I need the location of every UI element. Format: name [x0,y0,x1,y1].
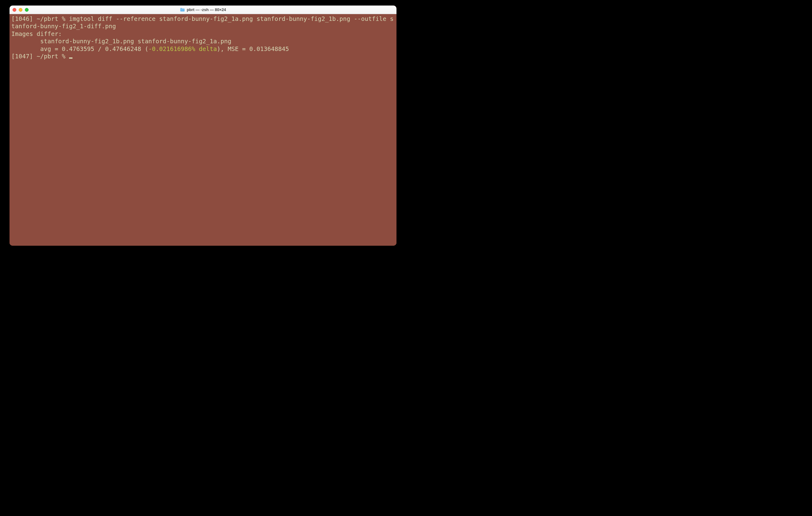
terminal-line: ), MSE = 0.013648845 [217,46,289,53]
folder-icon [180,7,185,12]
terminal-window: pbrt — -zsh — 80×24 [1046] ~/pbrt % imgt… [9,5,397,246]
maximize-button[interactable] [25,8,29,12]
traffic-lights [12,8,29,12]
terminal-line: Images differ: [11,30,62,37]
terminal-delta-highlight: -0.021616986% delta [148,46,217,53]
window-title: pbrt — -zsh — 80×24 [187,7,226,12]
minimize-button[interactable] [19,8,22,12]
terminal-prompt: [1047] ~/pbrt % [11,53,69,60]
close-button[interactable] [12,8,16,12]
terminal-line: avg = 0.4763595 / 0.47646248 ( [11,46,148,53]
terminal-line: [1046] ~/pbrt % imgtool diff --reference… [11,16,394,30]
terminal-body[interactable]: [1046] ~/pbrt % imgtool diff --reference… [9,14,397,246]
titlebar[interactable]: pbrt — -zsh — 80×24 [9,5,397,14]
cursor [69,57,72,59]
title-center: pbrt — -zsh — 80×24 [9,7,397,12]
terminal-line: stanford-bunny-fig2_1b.png stanford-bunn… [11,38,231,45]
